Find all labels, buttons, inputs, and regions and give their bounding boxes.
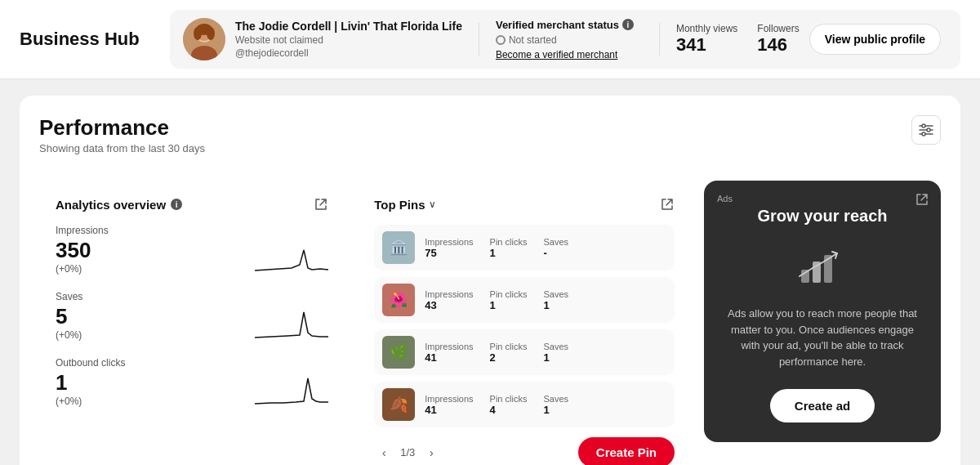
profile-card: The Jodie Cordell | Livin' That Florida … (170, 10, 960, 69)
profile-website: Website not claimed (235, 34, 462, 46)
pin-stats-3: Impressions 41 Pin clicks 2 Saves 1 (425, 342, 666, 364)
monthly-views-value: 341 (676, 34, 706, 56)
monthly-views-stat: Monthly views 341 (676, 23, 737, 56)
outbound-clicks-label: Outbound clicks (56, 357, 125, 369)
impressions-value: 350 (56, 238, 109, 263)
followers-value: 146 (757, 34, 787, 56)
main-content: Performance Showing data from the last 3… (0, 79, 980, 465)
outbound-clicks-sparkline (255, 366, 328, 407)
pin-thumbnail-4: 🍂 (382, 388, 415, 421)
business-hub-title: Business Hub (20, 29, 150, 50)
saves-metric: Saves 5 (+0%) (56, 291, 328, 341)
svg-text:🍂: 🍂 (390, 396, 408, 414)
pin-saves-2: Saves 1 (543, 289, 568, 311)
filter-button[interactable] (911, 115, 941, 145)
pin-impressions-2: Impressions 43 (425, 289, 473, 311)
verified-section: Verified merchant status i Not started B… (496, 19, 643, 60)
pagination-controls: ‹ 1/3 › (374, 443, 441, 463)
avatar (183, 18, 225, 60)
chart-growth-icon (798, 245, 847, 289)
pin-stats-4: Impressions 41 Pin clicks 4 Saves 1 (425, 394, 666, 416)
chevron-down-icon: ∨ (429, 199, 436, 210)
pin-saves-1: Saves - (543, 237, 568, 259)
circle-icon (496, 35, 506, 45)
svg-point-10 (922, 124, 925, 127)
pin-thumbnail-2: 🌺 (382, 284, 415, 316)
header: Business Hub The Jodie Cordell | Livin' … (0, 0, 980, 79)
impressions-change: (+0%) (56, 263, 109, 275)
pin-saves-4: Saves 1 (543, 394, 568, 416)
svg-point-12 (922, 132, 925, 136)
svg-text:🌿: 🌿 (390, 343, 408, 361)
profile-handle: @thejodiecordell (235, 47, 462, 59)
profile-info: The Jodie Cordell | Livin' That Florida … (235, 20, 462, 59)
page-indicator: 1/3 (400, 446, 415, 458)
pin-row: 🍂 Impressions 41 Pin clicks 4 Saves (374, 382, 675, 427)
not-started-status: Not started (496, 34, 643, 46)
performance-section: Performance Showing data from the last 3… (20, 96, 960, 465)
top-pins-header: Top Pins ∨ (374, 197, 675, 212)
analytics-title-row: Analytics overview i (56, 198, 182, 212)
monthly-views-label: Monthly views (676, 23, 737, 34)
pin-row: 🌿 Impressions 41 Pin clicks 2 Saves (374, 329, 675, 375)
pagination: ‹ 1/3 › Create Pin (374, 437, 675, 465)
pin-row: 🏛️ Impressions 75 Pin clicks 1 Saves (374, 225, 675, 271)
ads-external-link-icon[interactable] (915, 192, 929, 207)
pin-clicks-3: Pin clicks 2 (490, 342, 528, 364)
outbound-clicks-metric: Outbound clicks 1 (+0%) (56, 357, 328, 407)
pin-stats-1: Impressions 75 Pin clicks 1 Saves - (425, 237, 666, 259)
svg-text:🌺: 🌺 (390, 291, 408, 309)
top-pins-card: Top Pins ∨ 🏛️ Impressions 7 (358, 181, 691, 465)
profile-name: The Jodie Cordell | Livin' That Florida … (235, 20, 462, 33)
saves-change: (+0%) (56, 329, 82, 341)
next-page-button[interactable]: › (421, 443, 441, 463)
top-pins-external-link-icon[interactable] (660, 197, 675, 212)
pin-thumbnail-3: 🌿 (382, 336, 415, 369)
svg-point-6 (207, 27, 215, 40)
ads-body-text: Ads allow you to reach more people that … (720, 306, 924, 369)
pin-impressions-3: Impressions 41 (425, 342, 473, 364)
outbound-clicks-change: (+0%) (56, 396, 125, 407)
followers-stat: Followers 146 (757, 23, 799, 56)
svg-text:🏛️: 🏛️ (390, 239, 408, 257)
pin-impressions-4: Impressions 41 (425, 394, 473, 416)
filter-icon (918, 122, 934, 138)
prev-page-button[interactable]: ‹ (374, 443, 394, 463)
top-pins-title: Top Pins (374, 198, 425, 212)
pin-row: 🌺 Impressions 43 Pin clicks 1 Saves (374, 277, 675, 323)
followers-label: Followers (757, 23, 799, 34)
impressions-metric: Impressions 350 (+0%) (56, 225, 328, 275)
divider2 (659, 23, 660, 56)
performance-header-row: Performance Showing data from the last 3… (39, 115, 941, 168)
create-pin-button[interactable]: Create Pin (578, 437, 675, 465)
stats-section: Monthly views 341 Followers 146 (676, 23, 800, 56)
pin-clicks-4: Pin clicks 4 (490, 394, 528, 416)
pin-impressions-1: Impressions 75 (425, 237, 473, 259)
analytics-card-header: Analytics overview i (56, 197, 328, 212)
pin-clicks-2: Pin clicks 1 (490, 289, 528, 311)
svg-point-5 (194, 27, 202, 40)
saves-sparkline (255, 300, 328, 341)
svg-point-11 (927, 128, 930, 132)
verified-title: Verified merchant status i (496, 19, 643, 31)
performance-subtitle: Showing data from the last 30 days (39, 142, 205, 154)
performance-title: Performance (39, 115, 205, 141)
analytics-title: Analytics overview (56, 198, 166, 212)
analytics-card: Analytics overview i Impressions 350 (+0… (39, 181, 345, 440)
create-ad-button[interactable]: Create ad (770, 389, 875, 423)
view-profile-button[interactable]: View public profile (809, 24, 941, 55)
pin-saves-3: Saves 1 (543, 342, 568, 364)
become-verified-link[interactable]: Become a verified merchant (496, 49, 643, 60)
ads-badge: Ads (717, 194, 733, 203)
analytics-external-link-icon[interactable] (314, 197, 328, 212)
divider (479, 23, 479, 56)
pin-stats-2: Impressions 43 Pin clicks 1 Saves 1 (425, 289, 666, 311)
impressions-sparkline (255, 234, 328, 275)
pin-clicks-1: Pin clicks 1 (490, 237, 528, 259)
saves-value: 5 (56, 304, 82, 329)
outbound-clicks-value: 1 (56, 370, 125, 396)
ads-card: Ads Grow your reach (704, 181, 941, 442)
top-pins-title-row[interactable]: Top Pins ∨ (374, 198, 435, 212)
info-icon: i (622, 19, 634, 30)
cards-row: Analytics overview i Impressions 350 (+0… (39, 181, 941, 465)
